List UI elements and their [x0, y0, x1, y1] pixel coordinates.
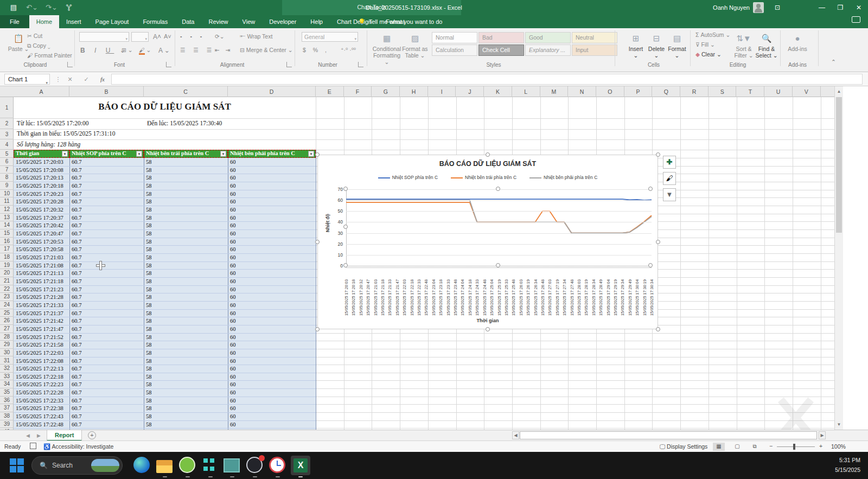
scroll-left-icon[interactable]: ◀ — [512, 431, 519, 439]
filter-dropdown-icon[interactable]: ▼ — [62, 151, 68, 157]
zoom-level[interactable]: 100% — [831, 443, 846, 450]
page-break-view-icon[interactable]: ⧉ — [749, 443, 761, 451]
cell-time[interactable]: 15/05/2025 17:21:47 — [14, 325, 69, 333]
row-header-25[interactable]: 25 — [0, 309, 14, 317]
tab-formulas[interactable]: Formulas — [136, 15, 175, 28]
cell-value[interactable]: 58 — [144, 158, 228, 166]
cell-value[interactable]: 58 — [144, 381, 228, 388]
cell-value[interactable]: 60.7 — [69, 317, 144, 325]
cell-value[interactable]: 58 — [144, 302, 228, 309]
cell-value[interactable]: 58 — [144, 373, 228, 381]
cell-value[interactable]: 58 — [144, 278, 228, 285]
selection-handle[interactable] — [496, 187, 500, 191]
row-header-20[interactable]: 20 — [0, 269, 14, 277]
horizontal-align-buttons[interactable]: ☰ ☰ ☰ — [180, 47, 215, 53]
column-header-B[interactable]: B — [69, 86, 144, 97]
cell-style-input[interactable]: Input — [572, 44, 617, 56]
redo-icon[interactable]: ↷⌄ — [46, 2, 58, 13]
row-header-9[interactable]: 9 — [0, 182, 14, 190]
selection-handle[interactable] — [486, 152, 490, 157]
tell-me-box[interactable]: 💡Tell me what you want to do — [358, 15, 442, 28]
cell-time[interactable]: 15/05/2025 17:22:08 — [14, 357, 69, 365]
cell-value[interactable]: 60 — [228, 421, 316, 429]
cell-time[interactable]: 15/05/2025 17:21:52 — [14, 334, 69, 341]
column-header-J[interactable]: J — [456, 86, 484, 97]
column-header-C[interactable]: C — [144, 86, 228, 97]
decimal-buttons[interactable]: ⁺·⁰ ·⁰⁰ — [341, 47, 356, 53]
borders-icon[interactable]: ⊞ ⌄ — [122, 47, 133, 53]
cell-value[interactable]: 58 — [144, 174, 228, 182]
cell-style-check-cell[interactable]: Check Cell — [478, 44, 524, 56]
cell-style-calculation[interactable]: Calculation — [432, 44, 477, 56]
row-header-34[interactable]: 34 — [0, 380, 14, 388]
cell-value[interactable]: 60 — [228, 293, 316, 301]
file-explorer-icon[interactable] — [156, 457, 174, 474]
cell-value[interactable]: 58 — [144, 365, 228, 373]
cell-value[interactable]: 60 — [228, 413, 316, 420]
antivirus-app-icon[interactable] — [179, 457, 196, 474]
row-header-3[interactable]: 3 — [0, 129, 14, 140]
cell-value[interactable]: 60.7 — [69, 174, 144, 182]
merge-center-button[interactable]: ⊟ Merge & Center ⌄ — [240, 47, 293, 53]
row-header-35[interactable]: 35 — [0, 388, 14, 397]
chart-object[interactable]: BÁO CÁO DỮ LIỆU GIÁM SÁT Nhiệt SOP phía … — [317, 155, 658, 329]
cell-time[interactable]: 15/05/2025 17:21:58 — [14, 341, 69, 349]
cell-value[interactable]: 58 — [144, 230, 228, 238]
cell-value[interactable]: 58 — [144, 182, 228, 190]
collapse-ribbon-icon[interactable]: ⌃ — [831, 59, 836, 65]
tab-page-layout[interactable]: Page Layout — [88, 15, 136, 28]
horizontal-scrollbar[interactable]: ◀ ▶ — [512, 431, 832, 439]
row-header-37[interactable]: 37 — [0, 404, 14, 412]
page-layout-view-icon[interactable]: ▢ — [731, 443, 743, 451]
cell-value[interactable]: 60.7 — [69, 334, 144, 341]
selection-handle[interactable] — [315, 240, 320, 244]
cell-time[interactable]: 15/05/2025 17:20:13 — [14, 174, 69, 182]
cell-value[interactable]: 60.7 — [69, 381, 144, 388]
taskbar-search[interactable]: 🔍Search — [31, 456, 123, 475]
cell-value[interactable]: 60 — [228, 302, 316, 309]
cell-value[interactable]: 58 — [144, 389, 228, 397]
cell-value[interactable]: 60.7 — [69, 254, 144, 261]
cell-time[interactable]: 15/05/2025 17:20:53 — [14, 238, 69, 246]
cell-value[interactable]: 58 — [144, 405, 228, 412]
selection-handle[interactable] — [656, 327, 660, 331]
zoom-slider-handle[interactable] — [793, 444, 795, 450]
cell-value[interactable]: 58 — [144, 413, 228, 420]
cell-value[interactable]: 60.7 — [69, 341, 144, 349]
cell-value[interactable]: 58 — [144, 317, 228, 325]
font-name-combo[interactable]: ▾ — [79, 32, 129, 42]
selection-handle[interactable] — [656, 152, 660, 157]
find-select-button[interactable]: 🔍Find & Select ⌄ — [754, 31, 779, 59]
minimize-button[interactable]: — — [813, 0, 831, 15]
filter-dropdown-icon[interactable]: ▼ — [136, 151, 142, 157]
tab-data[interactable]: Data — [175, 15, 201, 28]
insert-cells-button[interactable]: ⊞Insert⌄ — [625, 31, 647, 59]
cell-value[interactable]: 60.7 — [69, 413, 144, 420]
cell-time[interactable]: 15/05/2025 17:20:28 — [14, 198, 69, 206]
cell-value[interactable]: 60.7 — [69, 365, 144, 373]
zoom-out-icon[interactable]: − — [769, 443, 773, 449]
selection-handle[interactable] — [343, 225, 348, 229]
cell-value[interactable]: 60 — [228, 246, 316, 253]
display-settings-button[interactable]: 🖵 Display Settings — [660, 443, 707, 450]
column-header-G[interactable]: G — [372, 86, 400, 97]
cell-value[interactable]: 60.7 — [69, 310, 144, 317]
sheet-nav-right-icon[interactable]: ▶ — [37, 430, 41, 441]
row-header-21[interactable]: 21 — [0, 277, 14, 285]
cell-value[interactable]: 60.7 — [69, 397, 144, 405]
cell-time[interactable]: 15/05/2025 17:22:33 — [14, 397, 69, 405]
clipboard-dialog-launcher[interactable] — [67, 62, 73, 67]
column-header-U[interactable]: U — [764, 86, 793, 97]
cell-value[interactable]: 58 — [144, 397, 228, 405]
cell-value[interactable]: 58 — [144, 190, 228, 198]
alarm-clock-icon[interactable] — [269, 457, 286, 474]
cell-time[interactable]: 15/05/2025 17:20:32 — [14, 206, 69, 214]
row-header-39[interactable]: 39 — [0, 420, 14, 429]
cell-value[interactable]: 60.7 — [69, 270, 144, 277]
row-header-7[interactable]: 7 — [0, 166, 14, 174]
addins-button[interactable]: ●Add-ins — [784, 31, 810, 52]
cell-value[interactable]: 58 — [144, 293, 228, 301]
qat-customize-icon[interactable]: 🝖 — [63, 2, 75, 13]
cell-value[interactable]: 60 — [228, 397, 316, 405]
cell-value[interactable]: 58 — [144, 349, 228, 357]
